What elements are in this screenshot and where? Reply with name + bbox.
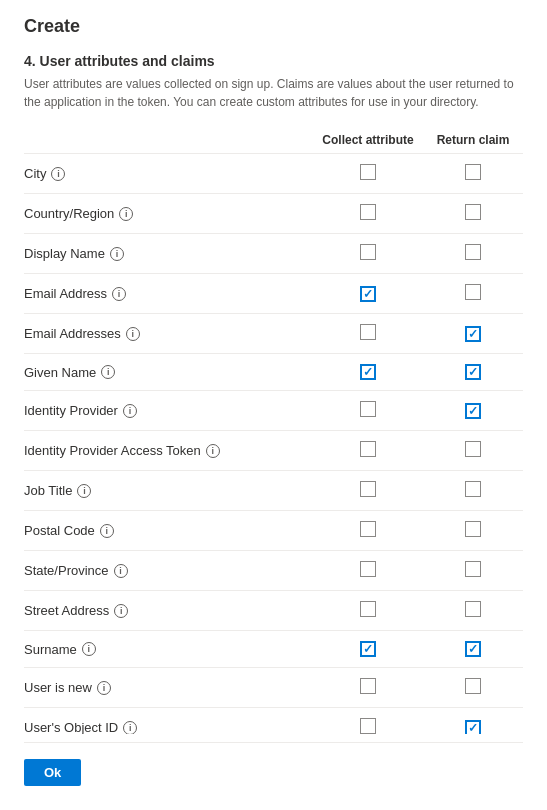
collect-checkbox[interactable] [360, 561, 376, 577]
return-checkbox[interactable] [465, 481, 481, 497]
return-cell: ✓ [423, 391, 523, 431]
collect-checkbox[interactable] [360, 718, 376, 734]
collect-cell: ✓ [313, 631, 423, 668]
collect-checkbox[interactable]: ✓ [360, 286, 376, 302]
row-label-cell: Identity Provider Access Tokeni [24, 431, 313, 471]
col-return-header: Return claim [423, 127, 523, 154]
collect-cell [313, 314, 423, 354]
attributes-table-container: Collect attribute Return claim CityiCoun… [24, 127, 523, 734]
table-row: Country/Regioni [24, 194, 523, 234]
row-label-text: Surname [24, 642, 77, 657]
collect-checkbox[interactable] [360, 164, 376, 180]
return-checkbox[interactable]: ✓ [465, 326, 481, 342]
row-label-text: User is new [24, 680, 92, 695]
section-description: User attributes are values collected on … [24, 75, 523, 111]
collect-cell [313, 154, 423, 194]
info-icon[interactable]: i [206, 444, 220, 458]
info-icon[interactable]: i [110, 247, 124, 261]
row-label-cell: Cityi [24, 154, 313, 194]
info-icon[interactable]: i [119, 207, 133, 221]
info-icon[interactable]: i [126, 327, 140, 341]
return-cell [423, 551, 523, 591]
collect-checkbox[interactable] [360, 481, 376, 497]
return-cell [423, 431, 523, 471]
return-checkbox[interactable] [465, 521, 481, 537]
row-label-cell: State/Provincei [24, 551, 313, 591]
collect-cell [313, 431, 423, 471]
table-row: Cityi [24, 154, 523, 194]
return-checkbox[interactable] [465, 284, 481, 300]
collect-cell [313, 391, 423, 431]
info-icon[interactable]: i [51, 167, 65, 181]
return-cell [423, 511, 523, 551]
table-row: Identity Provideri✓ [24, 391, 523, 431]
collect-cell [313, 234, 423, 274]
col-label-header [24, 127, 313, 154]
return-checkbox[interactable] [465, 164, 481, 180]
return-checkbox[interactable]: ✓ [465, 720, 481, 735]
info-icon[interactable]: i [114, 564, 128, 578]
row-label-text: Job Title [24, 483, 72, 498]
row-label-cell: Display Namei [24, 234, 313, 274]
return-checkbox[interactable] [465, 678, 481, 694]
collect-cell [313, 471, 423, 511]
collect-checkbox[interactable] [360, 401, 376, 417]
return-checkbox[interactable]: ✓ [465, 641, 481, 657]
table-row: State/Provincei [24, 551, 523, 591]
collect-cell [313, 194, 423, 234]
collect-checkbox[interactable]: ✓ [360, 364, 376, 380]
info-icon[interactable]: i [123, 721, 137, 735]
table-row: Email Addressesi✓ [24, 314, 523, 354]
return-cell: ✓ [423, 314, 523, 354]
return-checkbox[interactable]: ✓ [465, 364, 481, 380]
return-cell: ✓ [423, 354, 523, 391]
return-cell [423, 591, 523, 631]
row-label-cell: Email Addressesi [24, 314, 313, 354]
info-icon[interactable]: i [77, 484, 91, 498]
return-cell [423, 194, 523, 234]
return-cell: ✓ [423, 708, 523, 735]
collect-checkbox[interactable] [360, 521, 376, 537]
table-row: User's Object IDi✓ [24, 708, 523, 735]
table-row: Postal Codei [24, 511, 523, 551]
row-label-cell: Job Titlei [24, 471, 313, 511]
return-cell [423, 234, 523, 274]
collect-checkbox[interactable] [360, 441, 376, 457]
table-row: Job Titlei [24, 471, 523, 511]
collect-cell: ✓ [313, 274, 423, 314]
row-label-text: Email Address [24, 286, 107, 301]
row-label-cell: Given Namei [24, 354, 313, 391]
collect-checkbox[interactable] [360, 244, 376, 260]
return-cell [423, 471, 523, 511]
info-icon[interactable]: i [97, 681, 111, 695]
row-label-cell: User is newi [24, 668, 313, 708]
return-checkbox[interactable] [465, 441, 481, 457]
table-row: Given Namei✓✓ [24, 354, 523, 391]
row-label-text: Street Address [24, 603, 109, 618]
col-collect-header: Collect attribute [313, 127, 423, 154]
row-label-text: Email Addresses [24, 326, 121, 341]
return-checkbox[interactable] [465, 204, 481, 220]
info-icon[interactable]: i [114, 604, 128, 618]
info-icon[interactable]: i [82, 642, 96, 656]
row-label-text: Display Name [24, 246, 105, 261]
collect-checkbox[interactable] [360, 678, 376, 694]
info-icon[interactable]: i [112, 287, 126, 301]
ok-button[interactable]: Ok [24, 759, 81, 786]
collect-checkbox[interactable]: ✓ [360, 641, 376, 657]
info-icon[interactable]: i [101, 365, 115, 379]
return-checkbox[interactable] [465, 244, 481, 260]
return-checkbox[interactable] [465, 601, 481, 617]
info-icon[interactable]: i [100, 524, 114, 538]
info-icon[interactable]: i [123, 404, 137, 418]
collect-checkbox[interactable] [360, 324, 376, 340]
collect-checkbox[interactable] [360, 204, 376, 220]
section-title: 4. User attributes and claims [24, 53, 523, 69]
row-label-text: Country/Region [24, 206, 114, 221]
return-checkbox[interactable] [465, 561, 481, 577]
return-checkbox[interactable]: ✓ [465, 403, 481, 419]
table-row: User is newi [24, 668, 523, 708]
table-row: Identity Provider Access Tokeni [24, 431, 523, 471]
collect-checkbox[interactable] [360, 601, 376, 617]
row-label-cell: Identity Provideri [24, 391, 313, 431]
